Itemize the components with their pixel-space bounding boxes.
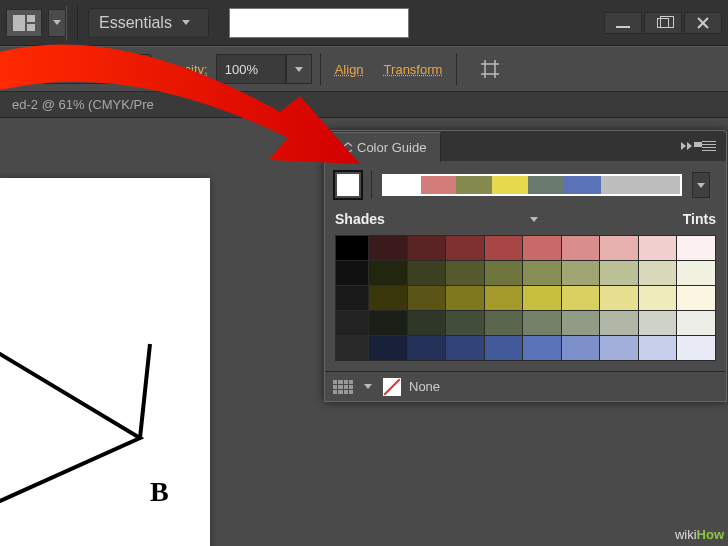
panel-tab-color-guide[interactable]: Color Guide [333,132,441,162]
grid-swatch[interactable] [369,261,407,285]
grid-swatch[interactable] [677,286,715,310]
none-swatch-icon [383,378,401,396]
grid-swatch[interactable] [446,261,484,285]
panel-expand-button[interactable] [681,142,692,150]
grid-swatch[interactable] [639,286,677,310]
grid-swatch[interactable] [446,336,484,360]
grid-swatch[interactable] [677,311,715,335]
grid-swatch[interactable] [485,236,523,260]
grid-row-base[interactable] [336,336,368,360]
base-color-swatch[interactable] [335,172,361,198]
artboard[interactable]: B [0,178,210,546]
document-tab[interactable]: ed-2 @ 61% (CMYK/Pre [0,92,166,118]
grid-swatch[interactable] [562,286,600,310]
color-limit-label: None [409,379,440,394]
grid-swatch[interactable] [562,261,600,285]
grid-swatch[interactable] [369,236,407,260]
arrange-documents-dropdown[interactable] [48,9,66,37]
grid-swatch[interactable] [600,236,638,260]
color-guide-panel: Color Guide Shades Tints [324,130,727,402]
variation-dropdown[interactable] [385,211,683,227]
workspace-label: Essentials [99,14,172,32]
collapse-icon [343,142,353,154]
grid-swatch[interactable] [562,236,600,260]
grid-swatch[interactable] [446,311,484,335]
panel-footer: None [325,371,726,401]
isolate-icon[interactable] [475,54,505,84]
grid-swatch[interactable] [600,336,638,360]
object-type-dropdown[interactable] [4,54,34,84]
grid-swatch[interactable] [523,236,561,260]
shades-label: Shades [335,211,385,227]
grid-swatch[interactable] [523,336,561,360]
harmony-colors-bar[interactable] [382,174,682,196]
harmony-rules-dropdown[interactable] [692,172,710,198]
grid-swatch[interactable] [446,286,484,310]
grid-swatch[interactable] [600,261,638,285]
opacity-label[interactable]: Opacity: [160,62,208,77]
grid-swatch[interactable] [677,261,715,285]
grid-swatch[interactable] [485,336,523,360]
grid-row-base[interactable] [336,261,368,285]
grid-swatch[interactable] [639,236,677,260]
grid-row-base[interactable] [336,286,368,310]
arrange-documents-button[interactable] [6,9,42,37]
panel-tab-bar: Color Guide [325,131,726,161]
harmony-swatch[interactable] [420,176,456,194]
opacity-dropdown[interactable] [286,54,312,84]
grid-swatch[interactable] [369,336,407,360]
limit-colors-dropdown[interactable] [361,376,375,398]
grid-swatch[interactable] [485,311,523,335]
grid-swatch[interactable] [600,286,638,310]
opacity-input[interactable]: 100% [216,54,286,84]
grid-swatch[interactable] [408,336,446,360]
document-tab-strip: ed-2 @ 61% (CMYK/Pre [0,92,728,118]
grid-row-base[interactable] [336,236,368,260]
harmony-swatch[interactable] [492,176,528,194]
mask-button[interactable]: Mask [42,54,152,84]
control-bar: Mask Opacity: 100% Align Transform [0,46,728,92]
grid-swatch[interactable] [485,261,523,285]
grid-swatch[interactable] [369,286,407,310]
grid-swatch[interactable] [677,336,715,360]
harmony-swatch[interactable] [564,176,600,194]
grid-swatch[interactable] [639,311,677,335]
search-input[interactable] [229,8,409,38]
panel-menu-button[interactable] [702,141,716,151]
restore-button[interactable] [644,12,682,34]
grid-swatch[interactable] [639,336,677,360]
grid-swatch[interactable] [677,236,715,260]
grid-swatch[interactable] [446,236,484,260]
grid-swatch[interactable] [369,311,407,335]
grid-swatch[interactable] [600,311,638,335]
grid-swatch[interactable] [485,286,523,310]
title-bar: Essentials [0,0,728,46]
limit-colors-icon[interactable] [333,380,353,394]
harmony-swatch[interactable] [384,176,420,194]
panel-title: Color Guide [357,140,426,155]
grid-swatch[interactable] [562,336,600,360]
minimize-button[interactable] [604,12,642,34]
grid-swatch[interactable] [408,286,446,310]
grid-swatch[interactable] [523,261,561,285]
color-variation-grid[interactable] [336,236,715,360]
harmony-swatch[interactable] [456,176,492,194]
grid-swatch[interactable] [523,311,561,335]
grid-row-base[interactable] [336,311,368,335]
chevron-down-icon [182,20,190,25]
grid-swatch[interactable] [408,261,446,285]
grid-swatch[interactable] [639,261,677,285]
watermark: wikiHow [675,527,724,542]
align-link[interactable]: Align [335,62,364,77]
grid-swatch[interactable] [562,311,600,335]
grid-swatch[interactable] [408,311,446,335]
svg-rect-0 [485,64,495,74]
workspace-switcher[interactable]: Essentials [88,8,209,38]
grid-swatch[interactable] [523,286,561,310]
mask-label: Mask [81,62,112,77]
close-button[interactable] [684,12,722,34]
restore-icon [657,18,669,28]
harmony-swatch[interactable] [528,176,564,194]
grid-swatch[interactable] [408,236,446,260]
transform-link[interactable]: Transform [384,62,443,77]
